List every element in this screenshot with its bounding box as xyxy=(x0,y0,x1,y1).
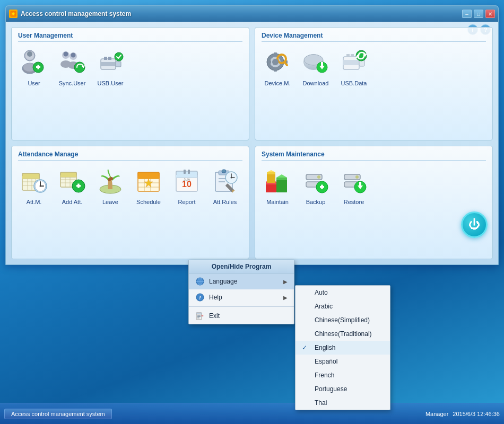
system-maintenance-icons: Maintain xyxy=(262,165,486,205)
lang-pt-check xyxy=(302,385,310,393)
lang-espanol[interactable]: Español xyxy=(296,355,390,368)
maintain-item[interactable]: Maintain xyxy=(262,165,293,205)
add-att-item[interactable]: Add Att. xyxy=(56,165,88,205)
svg-point-21 xyxy=(115,52,123,61)
help-label: Help xyxy=(209,294,222,301)
user-item[interactable]: User xyxy=(18,46,50,86)
download-item[interactable]: Download xyxy=(300,46,332,86)
device-m-label: Device.M. xyxy=(265,80,291,86)
language-icon xyxy=(195,277,205,286)
taskbar-user: Manager xyxy=(425,411,448,417)
help-icon: ? xyxy=(195,293,205,302)
device-m-item[interactable]: Device.M. xyxy=(262,46,293,86)
user-management-panel: User Management xyxy=(11,27,249,140)
usb-data-item[interactable]: USB.Data xyxy=(338,46,370,86)
sync-user-icon-wrapper xyxy=(56,46,88,78)
download-icon xyxy=(302,48,329,76)
usb-user-item[interactable]: USB.User xyxy=(94,46,126,86)
lang-th-check xyxy=(302,399,310,407)
leave-icon-wrapper xyxy=(94,165,126,197)
window-title: Access control management system xyxy=(21,10,131,17)
context-menu: Open/Hide Program Language ▶ Auto Arabic xyxy=(188,260,294,324)
maximize-button[interactable]: □ xyxy=(474,10,483,18)
window-controls: – □ ✕ xyxy=(462,10,495,18)
add-att-label: Add Att. xyxy=(62,199,83,205)
user-management-title: User Management xyxy=(18,32,242,42)
usb-data-icon xyxy=(340,48,368,76)
att-m-label: Att.M. xyxy=(27,199,42,205)
svg-rect-17 xyxy=(101,62,116,66)
context-menu-language[interactable]: Language ▶ Auto Arabic Chinese(Simplifie… xyxy=(189,273,294,289)
svg-point-30 xyxy=(272,59,279,65)
sync-user-item[interactable]: Sync.User xyxy=(56,46,88,86)
language-label: Language xyxy=(209,278,237,285)
usb-user-icon-wrapper xyxy=(94,46,126,78)
lang-fr-check xyxy=(302,372,310,379)
svg-point-93 xyxy=(231,177,232,179)
svg-text:?: ? xyxy=(199,295,202,301)
power-button[interactable] xyxy=(461,211,488,238)
report-item[interactable]: July 10 Report xyxy=(171,165,203,205)
main-window: Access control management system – □ ✕ i… xyxy=(5,5,499,265)
usb-user-icon xyxy=(97,48,124,76)
svg-rect-35 xyxy=(321,62,323,67)
svg-marker-127 xyxy=(202,315,204,316)
taskbar-datetime: 2015/6/3 12:46:36 xyxy=(453,411,500,417)
exit-icon xyxy=(195,311,205,321)
lang-auto[interactable]: Auto xyxy=(296,286,390,299)
close-button[interactable]: ✕ xyxy=(485,10,495,18)
sync-user-icon xyxy=(58,48,86,76)
backup-item[interactable]: Backup xyxy=(300,165,332,205)
svg-rect-25 xyxy=(274,68,277,72)
usb-user-label: USB.User xyxy=(98,80,124,86)
context-menu-exit[interactable]: Exit xyxy=(189,308,294,324)
report-icon-wrapper: July 10 xyxy=(171,165,203,197)
svg-rect-20 xyxy=(108,57,111,60)
svg-rect-82 xyxy=(188,170,190,174)
restore-icon-wrapper xyxy=(338,165,370,197)
taskbar-app-item[interactable]: Access control management system xyxy=(4,409,112,419)
attendance-manage-panel: Attendance Manage xyxy=(11,146,249,259)
lang-thai[interactable]: Thai xyxy=(296,396,390,410)
lang-french[interactable]: French xyxy=(296,368,390,382)
app-icon xyxy=(9,10,18,18)
device-m-icon-wrapper xyxy=(262,46,293,78)
user-management-icons: User xyxy=(18,46,242,86)
svg-point-13 xyxy=(71,53,76,58)
svg-rect-39 xyxy=(346,54,350,57)
leave-item[interactable]: Leave xyxy=(94,165,126,205)
svg-rect-64 xyxy=(77,184,80,188)
maintain-icon-wrapper xyxy=(262,165,293,197)
lang-chinese-traditional[interactable]: Chinese(Traditional) xyxy=(296,327,390,341)
exit-label: Exit xyxy=(209,312,220,320)
svg-rect-18 xyxy=(116,61,121,67)
window-body: User Management xyxy=(6,22,498,264)
device-management-icons: Device.M. xyxy=(262,46,486,86)
svg-rect-26 xyxy=(267,60,271,64)
svg-rect-124 xyxy=(197,315,201,316)
svg-point-67 xyxy=(110,177,113,180)
svg-point-4 xyxy=(27,51,32,57)
lang-portuguese[interactable]: Portuguese xyxy=(296,382,390,396)
lang-cs-check xyxy=(302,316,310,324)
minimize-button[interactable]: – xyxy=(462,10,472,18)
report-icon: July 10 xyxy=(173,167,201,195)
att-rules-icon xyxy=(211,167,239,195)
att-rules-item[interactable]: Att.Rules xyxy=(209,165,241,205)
att-rules-icon-wrapper xyxy=(209,165,241,197)
svg-rect-40 xyxy=(351,54,354,57)
context-menu-help[interactable]: ? Help ▶ xyxy=(189,289,294,305)
att-m-item[interactable]: Att.M. xyxy=(18,165,50,205)
language-submenu: Auto Arabic Chinese(Simplified) Chinese(… xyxy=(295,285,390,410)
backup-label: Backup xyxy=(306,199,326,205)
restore-item[interactable]: Restore xyxy=(338,165,370,205)
lang-arabic[interactable]: Arabic xyxy=(296,299,390,313)
add-att-icon xyxy=(58,167,86,195)
att-m-icon xyxy=(20,167,48,195)
svg-rect-8 xyxy=(38,65,39,69)
lang-chinese-simplified[interactable]: Chinese(Simplified) xyxy=(296,313,390,327)
schedule-item[interactable]: Schedule xyxy=(133,165,164,205)
svg-marker-99 xyxy=(276,174,287,178)
backup-icon-wrapper xyxy=(300,165,332,197)
lang-english[interactable]: ✓ English xyxy=(296,341,390,355)
